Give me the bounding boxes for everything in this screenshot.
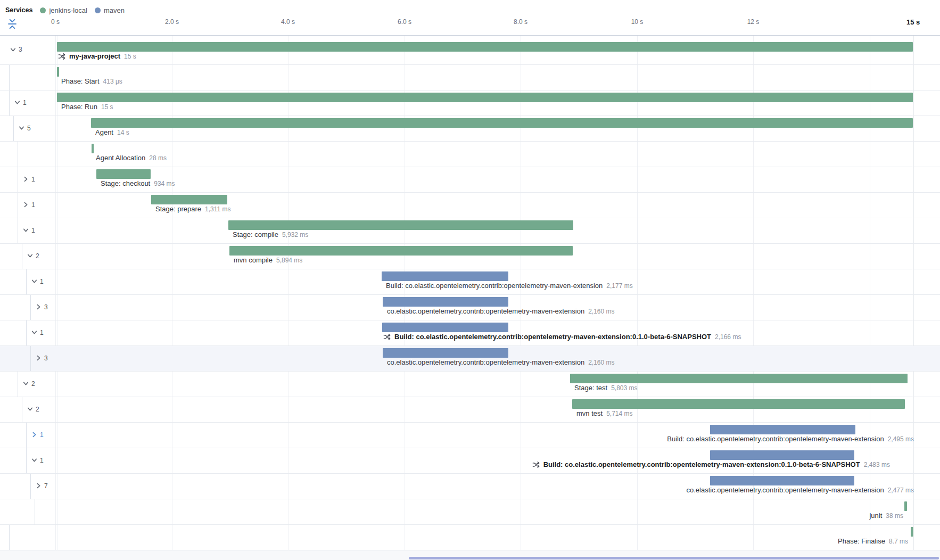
span-row[interactable]: 3my-java-project15 s xyxy=(0,36,940,65)
span-label[interactable]: my-java-project15 s xyxy=(58,52,136,60)
span-duration: 2,495 ms xyxy=(888,435,914,443)
span-duration: 38 ms xyxy=(886,512,903,520)
span-row[interactable]: 2Stage: test5,803 ms xyxy=(0,372,940,397)
span-label[interactable]: Build: co.elastic.opentelemetry.contrib:… xyxy=(667,435,914,443)
tree-indent-guide xyxy=(26,269,27,294)
expand-chevron-right[interactable]: 1 xyxy=(31,431,44,438)
expand-chevron-right[interactable]: 1 xyxy=(22,176,35,183)
expand-chevron-right[interactable]: 3 xyxy=(35,355,48,361)
span-row[interactable]: 1Stage: checkout934 ms xyxy=(0,167,940,193)
span-name: my-java-project xyxy=(69,52,120,60)
span-row[interactable]: 1Phase: Run15 s xyxy=(0,90,940,116)
span-duration-bar-maven[interactable] xyxy=(710,476,854,485)
span-label[interactable]: junit38 ms xyxy=(869,512,903,520)
collapse-chevron-down[interactable]: 5 xyxy=(18,125,31,131)
span-duration-bar-jenkins-local[interactable] xyxy=(91,118,913,128)
collapse-chevron-down[interactable]: 3 xyxy=(10,46,22,53)
span-label[interactable]: co.elastic.opentelemetry.contrib:opentel… xyxy=(387,358,615,366)
span-duration-bar-jenkins-local[interactable] xyxy=(92,144,94,153)
span-label[interactable]: mvn compile5,894 ms xyxy=(234,256,302,264)
span-row[interactable]: 1Build: co.elastic.opentelemetry.contrib… xyxy=(0,448,940,474)
span-row[interactable]: 2mvn compile5,894 ms xyxy=(0,244,940,269)
expand-chevron-right[interactable]: 3 xyxy=(35,303,48,310)
span-duration-bar-jenkins-local[interactable] xyxy=(57,67,59,77)
span-label[interactable]: Agent14 s xyxy=(95,128,129,136)
horizontal-scrollbar-thumb[interactable] xyxy=(409,557,939,559)
span-duration-bar-jenkins-local[interactable] xyxy=(911,527,913,537)
span-label[interactable]: co.elastic.opentelemetry.contrib:opentel… xyxy=(686,486,914,494)
collapse-chevron-down[interactable]: 1 xyxy=(22,227,35,234)
span-duration: 5,894 ms xyxy=(276,257,302,264)
legend-items: jenkins-localmaven xyxy=(40,6,125,14)
collapse-chevron-down[interactable]: 1 xyxy=(31,457,44,464)
span-duration-bar-maven[interactable] xyxy=(383,348,508,358)
span-row[interactable]: 5Agent14 s xyxy=(0,116,940,142)
service-color-dot xyxy=(40,7,46,13)
collapse-chevron-down[interactable]: 2 xyxy=(27,252,39,259)
collapse-chevron-down[interactable]: 1 xyxy=(31,329,44,336)
span-row[interactable]: Phase: Start413 µs xyxy=(0,65,940,90)
span-row[interactable]: Agent Allocation28 ms xyxy=(0,142,940,167)
span-duration-bar-jenkins-local[interactable] xyxy=(229,246,573,256)
span-duration-bar-maven[interactable] xyxy=(710,450,854,460)
span-duration-bar-maven[interactable] xyxy=(382,271,508,281)
legend-item-maven: maven xyxy=(95,6,125,14)
child-count: 2 xyxy=(36,253,39,259)
span-duration-bar-jenkins-local[interactable] xyxy=(572,399,905,409)
span-label[interactable]: Stage: checkout934 ms xyxy=(101,179,175,187)
child-count: 1 xyxy=(31,202,35,208)
span-row[interactable]: junit38 ms xyxy=(0,499,940,525)
span-label[interactable]: Agent Allocation28 ms xyxy=(96,154,167,162)
span-label[interactable]: Phase: Run15 s xyxy=(61,103,113,111)
span-name: Stage: test xyxy=(574,384,607,392)
span-duration: 5,803 ms xyxy=(611,384,637,392)
span-label[interactable]: co.elastic.opentelemetry.contrib:opentel… xyxy=(387,307,615,315)
span-duration-bar-jenkins-local[interactable] xyxy=(570,374,908,383)
span-label[interactable]: Build: co.elastic.opentelemetry.contrib:… xyxy=(386,282,633,290)
bottom-strip xyxy=(0,550,940,560)
span-duration-bar-jenkins-local[interactable] xyxy=(96,169,151,179)
span-duration-bar-maven[interactable] xyxy=(382,323,508,332)
span-duration-bar-jenkins-local[interactable] xyxy=(57,42,913,52)
expand-chevron-right[interactable]: 7 xyxy=(35,482,48,489)
collapse-chevron-down[interactable]: 1 xyxy=(31,278,44,285)
span-row[interactable]: 3co.elastic.opentelemetry.contrib:opente… xyxy=(0,295,940,320)
span-duration-bar-maven[interactable] xyxy=(710,425,855,434)
span-label[interactable]: Build: co.elastic.opentelemetry.contrib:… xyxy=(532,460,890,468)
span-label[interactable]: Phase: Start413 µs xyxy=(61,77,122,85)
span-duration: 2,166 ms xyxy=(715,333,741,341)
expand-chevron-right[interactable]: 1 xyxy=(22,201,35,208)
apm-trace-waterfall-page: { "header": { "services_label": "Service… xyxy=(0,0,940,560)
axis-tick: 0 s xyxy=(51,18,60,26)
child-count: 1 xyxy=(23,100,27,106)
collapse-chevron-down[interactable]: 1 xyxy=(14,99,27,106)
tree-indent-guide xyxy=(13,116,14,141)
span-label[interactable]: Stage: test5,803 ms xyxy=(574,384,638,392)
span-row[interactable]: 3co.elastic.opentelemetry.contrib:opente… xyxy=(0,346,940,372)
span-duration-bar-jenkins-local[interactable] xyxy=(904,501,907,511)
child-count: 3 xyxy=(19,46,22,53)
span-label[interactable]: mvn test5,714 ms xyxy=(576,409,632,417)
span-row[interactable]: 1Build: co.elastic.opentelemetry.contrib… xyxy=(0,320,940,346)
span-row[interactable]: 1Build: co.elastic.opentelemetry.contrib… xyxy=(0,269,940,295)
span-row[interactable]: 1Stage: prepare1,311 ms xyxy=(0,193,940,218)
span-duration-bar-jenkins-local[interactable] xyxy=(151,195,227,204)
span-row[interactable]: 2mvn test5,714 ms xyxy=(0,397,940,423)
span-duration-bar-jenkins-local[interactable] xyxy=(228,220,573,230)
span-duration-bar-jenkins-local[interactable] xyxy=(57,93,913,102)
span-label[interactable]: Stage: compile5,932 ms xyxy=(233,230,308,238)
child-count: 1 xyxy=(31,227,35,234)
span-row[interactable]: 7co.elastic.opentelemetry.contrib:opente… xyxy=(0,474,940,499)
span-row[interactable]: Phase: Finalise8.7 ms xyxy=(0,525,940,550)
span-row[interactable]: 1Build: co.elastic.opentelemetry.contrib… xyxy=(0,423,940,448)
span-label[interactable]: Phase: Finalise8.7 ms xyxy=(838,537,908,545)
span-label[interactable]: Stage: prepare1,311 ms xyxy=(155,205,230,213)
span-label[interactable]: Build: co.elastic.opentelemetry.contrib:… xyxy=(383,333,741,341)
span-name: Stage: prepare xyxy=(155,205,201,213)
span-duration-bar-maven[interactable] xyxy=(383,297,508,307)
tree-indent-guide xyxy=(35,499,35,524)
collapse-chevron-down[interactable]: 2 xyxy=(22,380,35,387)
collapse-all-icon[interactable] xyxy=(7,19,18,29)
collapse-chevron-down[interactable]: 2 xyxy=(27,406,39,413)
span-row[interactable]: 1Stage: compile5,932 ms xyxy=(0,218,940,244)
